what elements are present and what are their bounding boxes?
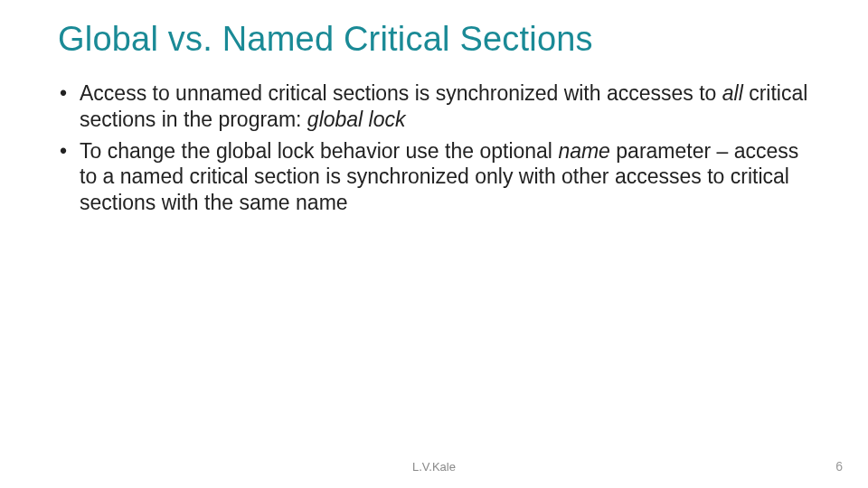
bullet-1-italic-all: all	[722, 81, 743, 105]
slide: Global vs. Named Critical Sections Acces…	[0, 0, 868, 488]
footer-author: L.V.Kale	[0, 460, 868, 474]
footer-page-number: 6	[835, 459, 843, 474]
bullet-1-italic-global-lock: global lock	[307, 108, 406, 131]
bullet-2-italic-name: name	[558, 139, 610, 163]
bullet-list: Access to unnamed critical sections is s…	[58, 80, 810, 216]
bullet-1: Access to unnamed critical sections is s…	[58, 80, 810, 133]
bullet-2-text-a: To change the global lock behavior use t…	[80, 139, 558, 163]
slide-title: Global vs. Named Critical Sections	[58, 20, 810, 59]
slide-body: Access to unnamed critical sections is s…	[58, 80, 810, 216]
bullet-1-text-a: Access to unnamed critical sections is s…	[80, 81, 722, 105]
bullet-2: To change the global lock behavior use t…	[58, 138, 810, 216]
